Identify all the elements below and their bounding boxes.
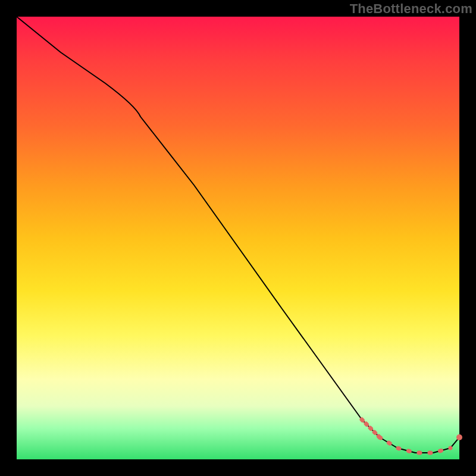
watermark-text: TheBottleneck.com (350, 1, 472, 17)
chart-svg (17, 17, 459, 459)
highlight-end-dot (456, 434, 462, 440)
plot-area (17, 17, 459, 459)
chart-frame: TheBottleneck.com (0, 0, 476, 476)
highlight-dots (380, 437, 450, 453)
bottleneck-curve (17, 17, 459, 453)
